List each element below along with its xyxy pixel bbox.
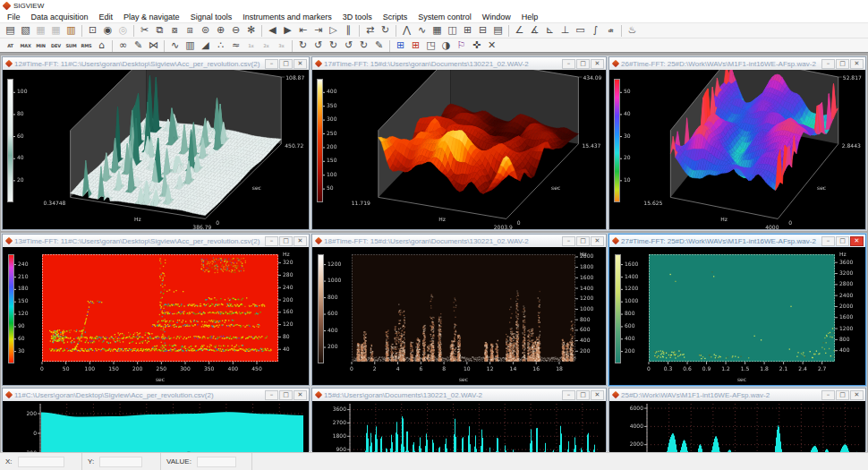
- menu-3d-tools[interactable]: 3D tools: [337, 12, 378, 23]
- plot-line-button[interactable]: ∿: [167, 38, 183, 53]
- rotate-free-button[interactable]: ↺: [341, 38, 356, 53]
- close-tool-button[interactable]: ✕: [484, 38, 499, 53]
- maximize-button[interactable]: □: [576, 390, 590, 400]
- spectrogram-plot-canvas[interactable]: [3, 247, 309, 385]
- close-button[interactable]: ✕: [850, 59, 864, 69]
- maximize-button[interactable]: □: [576, 59, 590, 69]
- play-to-end-button[interactable]: ▷: [326, 23, 341, 38]
- menu-data-acquisition[interactable]: Data acquisition: [26, 12, 94, 23]
- window-titlebar[interactable]: 13#Time-FFT: 11#C:\Users\goran\Desktop\S…: [3, 235, 309, 247]
- stat-max-button[interactable]: MAX: [18, 38, 33, 53]
- window-titlebar[interactable]: 17#Time-FFT: 15#d:\Users\goran\Documents…: [312, 57, 606, 70]
- link-windows-button[interactable]: ∞: [115, 38, 131, 53]
- menu-window[interactable]: Window: [477, 12, 516, 23]
- maximize-button[interactable]: □: [576, 236, 590, 246]
- marker-tools-button[interactable]: ∠: [512, 23, 527, 38]
- menu-edit[interactable]: Edit: [94, 12, 119, 23]
- minimize-button[interactable]: –: [265, 59, 278, 69]
- child-window-surface3d-0[interactable]: 12#Time-FFT: 11#C:\Users\goran\Desktop\S…: [2, 56, 310, 230]
- rotate-custom-button[interactable]: ✎: [371, 38, 387, 53]
- acquisition-settings-button[interactable]: ⊡: [85, 23, 100, 38]
- window-titlebar[interactable]: 15#d:\Users\goran\Documents\130221_02.WA…: [312, 389, 606, 401]
- menu-play-navigate[interactable]: Play & navigate: [118, 12, 185, 23]
- play-button[interactable]: ▶: [280, 23, 295, 38]
- menu-help[interactable]: Help: [516, 12, 544, 23]
- menu-system-control[interactable]: System control: [413, 12, 477, 23]
- link-edit-button[interactable]: ✎: [131, 38, 146, 53]
- plot-area-button[interactable]: ◢: [198, 38, 213, 53]
- marker-flag-button[interactable]: ⚐: [454, 38, 469, 53]
- plot-bars-button[interactable]: ▥: [183, 38, 198, 53]
- link-marker-button[interactable]: ⋈: [146, 38, 161, 53]
- tile-windows-button[interactable]: ⊟: [475, 23, 490, 38]
- 3d-palette-button[interactable]: ⊞: [408, 38, 423, 53]
- child-window-spectrogram-4[interactable]: 18#Time-FFT: 15#d:\Users\goran\Documents…: [311, 234, 607, 386]
- stat-sum-button[interactable]: SUM: [64, 38, 79, 53]
- maximize-button[interactable]: □: [836, 59, 849, 69]
- integral-button[interactable]: ∫: [588, 23, 603, 38]
- fit-view-button[interactable]: ✜: [469, 38, 484, 53]
- close-button[interactable]: ✕: [591, 390, 604, 400]
- time-fft-button[interactable]: ∿: [414, 23, 430, 38]
- surface3d-plot-canvas[interactable]: [3, 70, 309, 229]
- menu-scripts[interactable]: Scripts: [378, 12, 413, 23]
- maximize-button[interactable]: □: [836, 236, 849, 246]
- maximize-button[interactable]: □: [836, 390, 849, 400]
- print-graph-button[interactable]: ▤: [490, 23, 506, 38]
- rotate-y-button[interactable]: ↺: [311, 38, 326, 53]
- zoom-in-button[interactable]: ⊕: [213, 23, 228, 38]
- 3d-contrast-button[interactable]: ◑: [438, 38, 454, 53]
- replay-button[interactable]: ↻: [378, 23, 393, 38]
- stat-at-button[interactable]: AT: [3, 38, 18, 53]
- angle-measure-button[interactable]: ∡: [527, 23, 542, 38]
- paste-button[interactable]: ⧇: [167, 23, 183, 38]
- maximize-button[interactable]: □: [279, 390, 293, 400]
- 3d-cube-button[interactable]: ◳: [423, 38, 438, 53]
- minimize-button[interactable]: –: [821, 59, 835, 69]
- child-window-spectrogram-3[interactable]: 13#Time-FFT: 11#C:\Users\goran\Desktop\S…: [2, 234, 310, 386]
- scripts-lab-button[interactable]: ♨: [625, 23, 640, 38]
- zoom-tool-button[interactable]: ⊚: [198, 23, 213, 38]
- surface3d-plot-canvas[interactable]: [609, 70, 865, 229]
- minimize-button[interactable]: –: [562, 59, 575, 69]
- window-titlebar[interactable]: 27#Time-FFT: 25#D:\Work\WAVs\M1F1-int16W…: [609, 235, 865, 247]
- 3d-settings-button[interactable]: ⊞: [393, 38, 408, 53]
- spectrogram-plot-canvas[interactable]: [312, 247, 606, 385]
- fft-window-button[interactable]: ⋀: [399, 23, 414, 38]
- window-titlebar[interactable]: 12#Time-FFT: 11#C:\Users\goran\Desktop\S…: [3, 57, 309, 70]
- copy-button[interactable]: ⧉: [152, 23, 167, 38]
- stat-min-button[interactable]: MIN: [33, 38, 48, 53]
- minimize-button[interactable]: –: [265, 236, 278, 246]
- record-start-button[interactable]: ◉: [100, 23, 115, 38]
- step-back-button[interactable]: ⇤: [295, 23, 311, 38]
- open-signal-file-button[interactable]: ▤: [3, 23, 18, 38]
- close-button[interactable]: ✕: [850, 236, 864, 246]
- derivative-button[interactable]: dt: [603, 23, 618, 38]
- child-window-waveform-6[interactable]: 11#C:\Users\goran\Desktop\Sigview\Acc_pe…: [2, 388, 310, 451]
- child-window-spectrogram-5[interactable]: 27#Time-FFT: 25#D:\Work\WAVs\M1F1-int16W…: [608, 234, 866, 386]
- menu-instruments-and-markers[interactable]: Instruments and markers: [237, 12, 337, 23]
- open-workspace-button[interactable]: ▧: [18, 23, 33, 38]
- surface3d-plot-canvas[interactable]: [312, 70, 606, 229]
- plot-step-button[interactable]: ≈: [228, 38, 243, 53]
- spectrogram-plot-canvas[interactable]: [609, 247, 865, 385]
- cut-button[interactable]: ✂: [137, 23, 152, 38]
- pause-button[interactable]: ∥: [341, 23, 356, 38]
- child-window-waveform-7[interactable]: 15#d:\Users\goran\Documents\130221_02.WA…: [311, 388, 607, 451]
- close-button[interactable]: ✕: [591, 59, 604, 69]
- plot-points-button[interactable]: ∴: [213, 38, 228, 53]
- maximize-button[interactable]: □: [279, 59, 293, 69]
- loop-playback-button[interactable]: ⇄: [362, 23, 378, 38]
- stat-rms-button[interactable]: RMS: [79, 38, 94, 53]
- 3d-view-button[interactable]: ◫: [445, 23, 460, 38]
- close-button[interactable]: ✕: [294, 236, 307, 246]
- settings-button[interactable]: ✻: [243, 23, 259, 38]
- window-titlebar[interactable]: 25#D:\Work\WAVs\M1F1-int16WE-AFsp.wav-2–…: [609, 389, 865, 401]
- window-titlebar[interactable]: 26#Time-FFT: 25#D:\Work\WAVs\M1F1-int16W…: [609, 57, 865, 70]
- child-window-waveform-8[interactable]: 25#D:\Work\WAVs\M1F1-int16WE-AFsp.wav-2–…: [608, 388, 866, 451]
- window-titlebar[interactable]: 18#Time-FFT: 15#d:\Users\goran\Documents…: [312, 235, 606, 247]
- maximize-button[interactable]: □: [279, 236, 293, 246]
- window-titlebar[interactable]: 11#C:\Users\goran\Desktop\Sigview\Acc_pe…: [3, 389, 309, 401]
- menu-file[interactable]: File: [2, 12, 26, 23]
- stat-home-button[interactable]: ⌂: [94, 38, 109, 53]
